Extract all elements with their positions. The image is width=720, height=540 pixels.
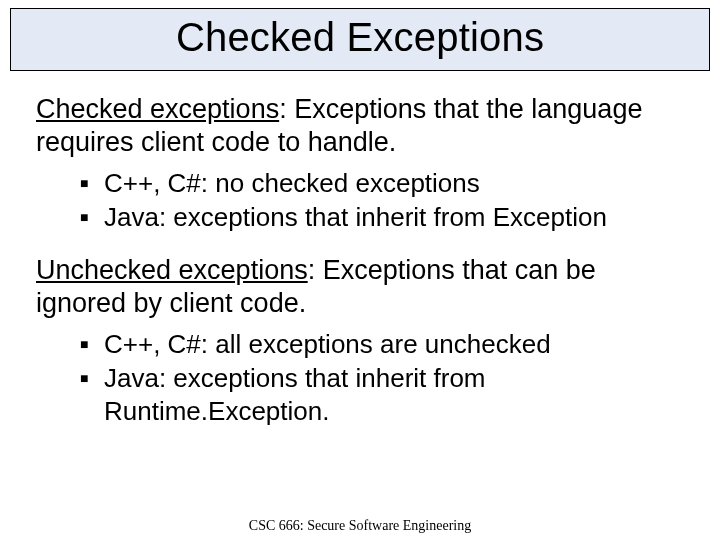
checked-label: Checked exceptions bbox=[36, 94, 279, 124]
footer-text: CSC 666: Secure Software Engineering bbox=[0, 518, 720, 534]
slide: Checked Exceptions Checked exceptions: E… bbox=[0, 8, 720, 540]
unchecked-label: Unchecked exceptions bbox=[36, 255, 308, 285]
list-item: C++, C#: no checked exceptions bbox=[80, 167, 684, 200]
unchecked-definition: Unchecked exceptions: Exceptions that ca… bbox=[36, 254, 684, 320]
list-item: Java: exceptions that inherit from Runti… bbox=[80, 362, 684, 427]
list-item: C++, C#: all exceptions are unchecked bbox=[80, 328, 684, 361]
slide-body: Checked exceptions: Exceptions that the … bbox=[0, 71, 720, 427]
title-box: Checked Exceptions bbox=[10, 8, 710, 71]
slide-title: Checked Exceptions bbox=[11, 15, 709, 60]
unchecked-bullets: C++, C#: all exceptions are unchecked Ja… bbox=[80, 328, 684, 428]
checked-bullets: C++, C#: no checked exceptions Java: exc… bbox=[80, 167, 684, 234]
checked-definition: Checked exceptions: Exceptions that the … bbox=[36, 93, 684, 159]
list-item: Java: exceptions that inherit from Excep… bbox=[80, 201, 684, 234]
